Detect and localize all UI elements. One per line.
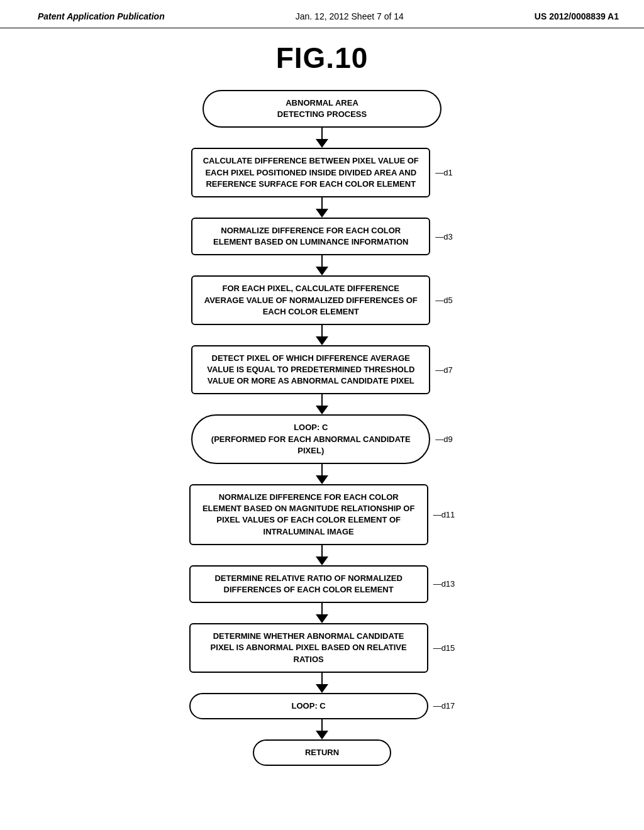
arrow-head bbox=[316, 139, 328, 148]
step-d1-text: CALCULATE DIFFERENCE BETWEEN PIXEL VALUE… bbox=[203, 156, 419, 188]
arrow-5 bbox=[133, 394, 511, 414]
step-d17-box: LOOP: C bbox=[189, 693, 428, 719]
arrow-head bbox=[316, 406, 328, 414]
step-d9-label: —d9 bbox=[435, 434, 452, 444]
arrow-3 bbox=[133, 255, 511, 275]
header-date-sheet: Jan. 12, 2012 Sheet 7 of 14 bbox=[296, 11, 404, 21]
step-d11-box: NORMALIZE DIFFERENCE FOR EACH COLOR ELEM… bbox=[189, 484, 428, 545]
arrow-line bbox=[321, 719, 323, 731]
step-d11-container: NORMALIZE DIFFERENCE FOR EACH COLOR ELEM… bbox=[133, 484, 511, 545]
arrow-10 bbox=[133, 719, 511, 739]
step-d17-container: LOOP: C —d17 bbox=[133, 693, 511, 719]
header-publication-type: Patent Application Publication bbox=[38, 11, 165, 21]
end-step: RETURN bbox=[133, 739, 511, 766]
step-d3-text: NORMALIZE DIFFERENCE FOR EACH COLOR ELEM… bbox=[213, 226, 408, 246]
step-d15-text: DETERMINE WHETHER ABNORMAL CANDIDATE PIX… bbox=[211, 631, 407, 663]
start-step: ABNORMAL AREA DETECTING PROCESS bbox=[133, 90, 511, 128]
step-d7-label: —d7 bbox=[435, 365, 452, 375]
figure-title: FIG.10 bbox=[276, 41, 369, 75]
arrow-8 bbox=[133, 603, 511, 623]
start-box: ABNORMAL AREA DETECTING PROCESS bbox=[203, 90, 441, 128]
end-label: RETURN bbox=[305, 748, 339, 757]
step-d17-text: LOOP: C bbox=[292, 701, 326, 711]
arrow-line bbox=[321, 394, 323, 406]
arrow-6 bbox=[133, 464, 511, 484]
step-d7-text: DETECT PIXEL OF WHICH DIFFERENCE AVERAGE… bbox=[207, 353, 414, 385]
arrow-head bbox=[316, 556, 328, 565]
arrow-head bbox=[316, 731, 328, 739]
step-d5-box: FOR EACH PIXEL, CALCULATE DIFFERENCE AVE… bbox=[191, 275, 430, 325]
arrow-head bbox=[316, 267, 328, 275]
flowchart: ABNORMAL AREA DETECTING PROCESS CALCULAT… bbox=[133, 90, 511, 766]
arrow-line bbox=[321, 255, 323, 267]
step-d15-label: —d15 bbox=[433, 643, 455, 653]
step-d15-container: DETERMINE WHETHER ABNORMAL CANDIDATE PIX… bbox=[133, 623, 511, 673]
step-d17-label: —d17 bbox=[433, 701, 455, 711]
arrow-head bbox=[316, 684, 328, 693]
arrow-line bbox=[321, 325, 323, 336]
step-d15-box: DETERMINE WHETHER ABNORMAL CANDIDATE PIX… bbox=[189, 623, 428, 673]
header-patent-number: US 2012/0008839 A1 bbox=[535, 11, 619, 21]
main-content: FIG.10 ABNORMAL AREA DETECTING PROCESS C… bbox=[0, 28, 644, 778]
arrow-line bbox=[321, 603, 323, 614]
end-box: RETURN bbox=[253, 739, 391, 766]
arrow-2 bbox=[133, 197, 511, 218]
arrow-7 bbox=[133, 545, 511, 565]
arrow-head bbox=[316, 475, 328, 484]
step-d1-box: CALCULATE DIFFERENCE BETWEEN PIXEL VALUE… bbox=[191, 148, 430, 197]
step-d11-text: NORMALIZE DIFFERENCE FOR EACH COLOR ELEM… bbox=[203, 492, 415, 536]
step-d5-label: —d5 bbox=[435, 296, 452, 305]
step-d13-text: DETERMINE RELATIVE RATIO OF NORMALIZED D… bbox=[214, 573, 402, 594]
step-d5-container: FOR EACH PIXEL, CALCULATE DIFFERENCE AVE… bbox=[133, 275, 511, 325]
step-d7-box: DETECT PIXEL OF WHICH DIFFERENCE AVERAGE… bbox=[191, 345, 430, 395]
step-d1-container: CALCULATE DIFFERENCE BETWEEN PIXEL VALUE… bbox=[133, 148, 511, 197]
step-d13-label: —d13 bbox=[433, 579, 455, 589]
arrow-head bbox=[316, 336, 328, 345]
step-d9-box: LOOP: C (PERFORMED FOR EACH ABNORMAL CAN… bbox=[191, 414, 430, 464]
arrow-4 bbox=[133, 325, 511, 345]
step-d3-box: NORMALIZE DIFFERENCE FOR EACH COLOR ELEM… bbox=[191, 218, 430, 255]
arrow-line bbox=[321, 545, 323, 556]
arrow-line bbox=[321, 197, 323, 209]
arrow-line bbox=[321, 673, 323, 684]
step-d13-box: DETERMINE RELATIVE RATIO OF NORMALIZED D… bbox=[189, 565, 428, 603]
step-d13-container: DETERMINE RELATIVE RATIO OF NORMALIZED D… bbox=[133, 565, 511, 603]
step-d3-container: NORMALIZE DIFFERENCE FOR EACH COLOR ELEM… bbox=[133, 218, 511, 255]
arrow-head bbox=[316, 614, 328, 623]
step-d7-container: DETECT PIXEL OF WHICH DIFFERENCE AVERAGE… bbox=[133, 345, 511, 395]
step-d3-label: —d3 bbox=[435, 232, 452, 241]
arrow-9 bbox=[133, 673, 511, 693]
arrow-line bbox=[321, 464, 323, 475]
step-d9-container: LOOP: C (PERFORMED FOR EACH ABNORMAL CAN… bbox=[133, 414, 511, 464]
step-d11-label: —d11 bbox=[433, 510, 455, 519]
step-d9-text: LOOP: C (PERFORMED FOR EACH ABNORMAL CAN… bbox=[211, 423, 411, 455]
arrow-1 bbox=[133, 128, 511, 148]
arrow-line bbox=[321, 128, 323, 139]
start-label: ABNORMAL AREA DETECTING PROCESS bbox=[277, 98, 367, 119]
arrow-head bbox=[316, 209, 328, 218]
step-d1-label: —d1 bbox=[435, 168, 452, 177]
page-header: Patent Application Publication Jan. 12, … bbox=[0, 0, 644, 28]
step-d5-text: FOR EACH PIXEL, CALCULATE DIFFERENCE AVE… bbox=[204, 284, 418, 316]
